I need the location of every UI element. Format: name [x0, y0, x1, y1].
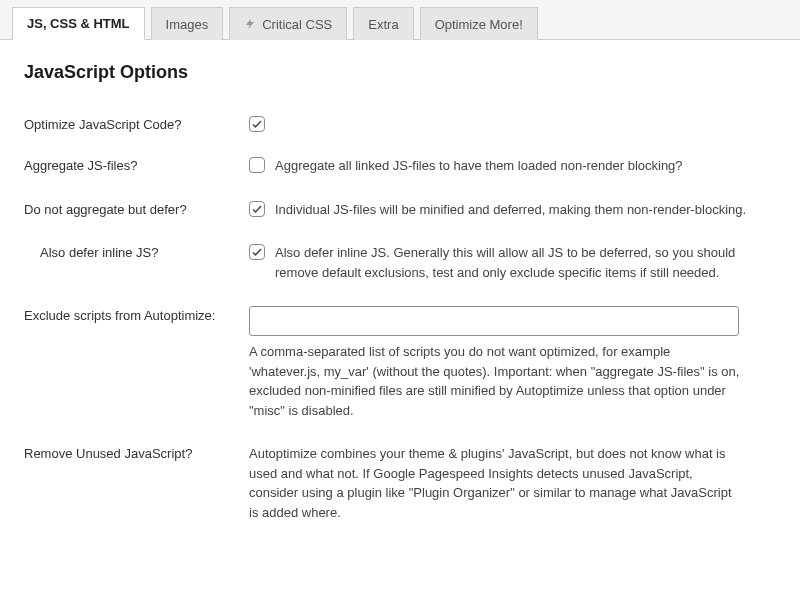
option-label: Optimize JavaScript Code? — [24, 105, 249, 146]
option-label: Also defer inline JS? — [24, 233, 249, 296]
defer-inline-checkbox[interactable] — [249, 244, 265, 260]
tab-critical-css[interactable]: Critical CSS — [229, 7, 347, 40]
optimize-js-checkbox[interactable] — [249, 116, 265, 132]
option-label: Exclude scripts from Autoptimize: — [24, 296, 249, 434]
option-label: Aggregate JS-files? — [24, 146, 249, 190]
option-description: Aggregate all linked JS-files to have th… — [275, 156, 776, 176]
exclude-scripts-input[interactable] — [249, 306, 739, 336]
tab-extra[interactable]: Extra — [353, 7, 413, 40]
option-help: A comma-separated list of scripts you do… — [249, 342, 744, 420]
tab-label: Critical CSS — [262, 17, 332, 32]
tab-label: Images — [166, 17, 209, 32]
options-table: Optimize JavaScript Code? Aggregate JS-f… — [24, 105, 776, 536]
tab-images[interactable]: Images — [151, 7, 224, 40]
option-label: Remove Unused JavaScript? — [24, 434, 249, 536]
aggregate-js-checkbox[interactable] — [249, 157, 265, 173]
bolt-icon — [244, 18, 256, 30]
tab-label: Extra — [368, 17, 398, 32]
tab-bar: JS, CSS & HTML Images Critical CSS Extra… — [0, 0, 800, 40]
option-description: Also defer inline JS. Generally this wil… — [275, 243, 776, 282]
tab-label: JS, CSS & HTML — [27, 16, 130, 31]
defer-not-aggregate-checkbox[interactable] — [249, 201, 265, 217]
tab-optimize-more[interactable]: Optimize More! — [420, 7, 538, 40]
option-description: Individual JS-files will be minified and… — [275, 200, 776, 220]
tab-label: Optimize More! — [435, 17, 523, 32]
option-label: Do not aggregate but defer? — [24, 190, 249, 234]
option-description: Autoptimize combines your theme & plugin… — [249, 444, 744, 522]
section-title: JavaScript Options — [24, 62, 776, 83]
tab-js-css-html[interactable]: JS, CSS & HTML — [12, 7, 145, 40]
settings-panel: JavaScript Options Optimize JavaScript C… — [0, 40, 800, 558]
